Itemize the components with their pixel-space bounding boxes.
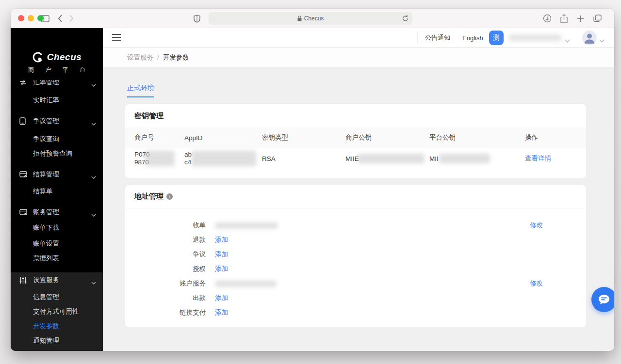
sidebar-item-billing-management[interactable]: 账务管理 — [11, 206, 103, 219]
dispute-icon — [19, 117, 27, 125]
column-appid: AppID — [184, 134, 262, 142]
address-management-title: 地址管理 — [134, 192, 163, 201]
brand-name: Checus — [47, 52, 82, 63]
sidebar-item-label: 支付方式可用性 — [33, 307, 79, 316]
sidebar-toggle-icon[interactable] — [40, 13, 50, 24]
sidebar-item-settlement-statement[interactable]: 结算单 — [11, 185, 103, 198]
address-rows: 收单 修改 退款 添加 争议 添加 — [125, 218, 586, 320]
sidebar-item-settlement-management[interactable]: 结算管理 — [11, 168, 103, 181]
reload-icon[interactable] — [402, 15, 409, 23]
sidebar-item-label: 争议查询 — [33, 135, 59, 143]
tab-production-environment[interactable]: 正式环境 — [127, 84, 154, 97]
forward-button[interactable] — [66, 13, 77, 24]
language-switcher[interactable]: English — [462, 28, 483, 47]
chevron-down-icon — [91, 173, 96, 180]
new-tab-icon[interactable] — [575, 13, 586, 24]
checus-logo-icon — [32, 51, 44, 63]
add-link[interactable]: 添加 — [215, 294, 228, 302]
breadcrumb-separator: / — [157, 54, 159, 61]
header-divider — [484, 32, 484, 44]
privacy-shield-icon[interactable] — [192, 13, 202, 24]
chevron-down-icon[interactable] — [565, 36, 570, 45]
redacted-value — [192, 151, 256, 166]
redacted-address-value — [215, 281, 277, 287]
add-link[interactable]: 添加 — [215, 308, 228, 317]
key-table-header: 商户号 AppID 密钥类型 商户公钥 平台公钥 操作 — [125, 127, 586, 148]
sidebar-item-label: 拒付预警查询 — [33, 149, 72, 158]
sidebar-item-bill-download[interactable]: 账单下载 — [11, 221, 103, 235]
header-divider — [454, 32, 454, 44]
sidebar-item-realtime-exchange-rate[interactable]: 实时汇率 — [11, 94, 103, 107]
sidebar-item-invoice-list[interactable]: 票据列表 — [11, 252, 103, 265]
downloads-icon[interactable] — [542, 13, 553, 24]
share-icon[interactable] — [558, 13, 569, 24]
add-link[interactable]: 添加 — [215, 236, 228, 244]
sidebar-item-label: 账单设置 — [33, 239, 59, 248]
sidebar-item-information-management[interactable]: 信息管理 — [11, 290, 103, 304]
address-label: 链接支付 — [135, 308, 206, 317]
add-link[interactable]: 添加 — [215, 250, 228, 259]
header-divider — [417, 32, 418, 44]
lock-icon — [297, 16, 302, 21]
add-link[interactable]: 添加 — [215, 265, 228, 273]
customer-service-chat-button[interactable] — [591, 287, 614, 312]
sidebar-item-payment-method-availability[interactable]: 支付方式可用性 — [11, 305, 103, 318]
environment-badge[interactable]: 测 — [489, 31, 504, 45]
address-row-acquiring: 收单 修改 — [125, 218, 586, 233]
main-area: 公告通知 English 测 — [103, 28, 614, 351]
brand-logo: Checus 商 户 平 台 — [11, 28, 103, 80]
address-row-refund: 退款 添加 — [125, 233, 586, 247]
breadcrumb: 设置服务 / 开发参数 — [103, 48, 614, 67]
address-label: 争议 — [135, 250, 206, 259]
browser-toolbar: Checus — [11, 9, 614, 28]
address-bar[interactable]: Checus — [209, 12, 412, 25]
sidebar-item-dispute-management[interactable]: 争议管理 — [11, 114, 103, 128]
chevron-down-icon — [91, 211, 96, 218]
chevron-down-icon[interactable] — [599, 36, 605, 45]
sidebar-item-development-parameters[interactable]: 开发参数 — [11, 319, 103, 333]
sidebar-item-label: 结算单 — [33, 187, 53, 196]
address-label: 退款 — [135, 236, 206, 244]
address-label: 出款 — [135, 294, 206, 302]
sidebar-item-label: 实时汇率 — [33, 96, 59, 105]
billing-icon — [19, 208, 27, 216]
sidebar-item-chargeback-alert-query[interactable]: 拒付预警查询 — [11, 147, 103, 160]
sidebar-item-settings-services[interactable]: 设置服务 — [11, 273, 103, 287]
modify-link[interactable]: 修改 — [530, 221, 543, 230]
sidebar-item-notification-management[interactable]: 通知管理 — [11, 334, 103, 348]
back-button[interactable] — [55, 13, 65, 24]
sidebar-item-bill-settings[interactable]: 账单设置 — [11, 237, 103, 251]
address-row-link-payment: 链接支付 添加 — [125, 305, 586, 320]
avatar[interactable] — [582, 31, 597, 45]
address-label: 收单 — [135, 221, 206, 230]
menu-collapse-icon[interactable] — [112, 33, 121, 42]
cell-merchant-no: P070 9870 — [134, 148, 184, 169]
app-header: 公告通知 English 测 — [103, 28, 614, 47]
minimize-window-button[interactable] — [28, 15, 34, 21]
tab-overview-icon[interactable] — [592, 13, 603, 24]
sidebar-item-dispute-query[interactable]: 争议查询 — [11, 132, 103, 146]
redacted-value — [439, 154, 490, 163]
announcements-link[interactable]: 公告通知 — [425, 28, 450, 47]
column-merchant-public-key: 商户公钥 — [345, 133, 429, 142]
info-icon[interactable]: i — [166, 193, 173, 200]
redacted-address-value — [215, 222, 278, 229]
redacted-value — [358, 154, 425, 163]
sidebar-item-label: 开发参数 — [33, 322, 59, 331]
sidebar-item-label: 信息管理 — [33, 293, 59, 301]
close-window-button[interactable] — [18, 15, 24, 21]
breadcrumb-section[interactable]: 设置服务 — [127, 53, 153, 62]
column-key-type: 密钥类型 — [262, 133, 345, 142]
chat-bubble-icon — [598, 294, 610, 305]
column-actions: 操作 — [525, 133, 586, 142]
sidebar-item-label: 争议管理 — [33, 117, 59, 126]
view-details-link[interactable]: 查看详情 — [525, 154, 586, 163]
sidebar-item-label: 结算管理 — [33, 170, 59, 179]
settlement-icon — [19, 171, 27, 178]
brand-subtitle: 商 户 平 台 — [23, 66, 90, 74]
breadcrumb-current-page: 开发参数 — [163, 53, 189, 62]
cell-platform-public-key: MII — [429, 148, 525, 169]
sliders-icon — [19, 276, 27, 284]
modify-link[interactable]: 修改 — [530, 279, 543, 288]
address-label: 授权 — [135, 265, 206, 273]
